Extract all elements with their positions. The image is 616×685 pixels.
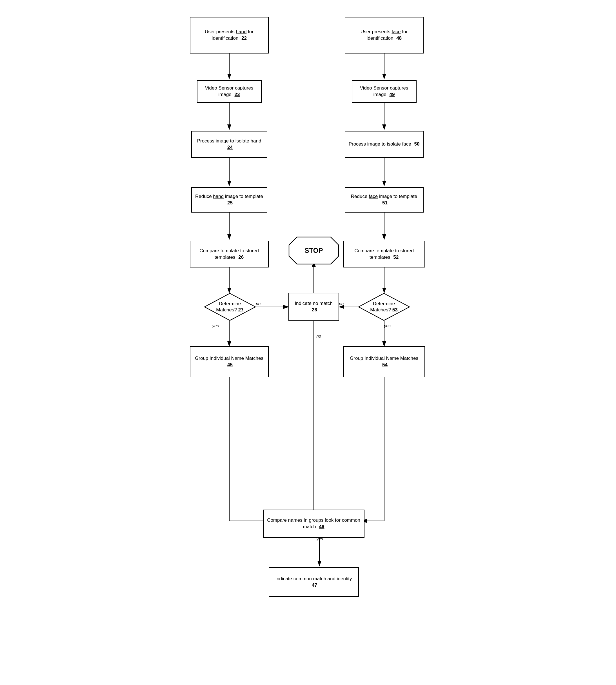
underline-face-51: face — [369, 194, 378, 199]
box-47: Indicate common match and identity 47 — [269, 567, 359, 597]
box-49: Video Sensor captures image 49 — [352, 80, 417, 103]
label-yes-left: yes — [212, 323, 219, 328]
underline-hand-22: hand — [236, 29, 247, 35]
box-52: Compare template to stored templates 52 — [343, 241, 425, 268]
box-26: Compare template to stored templates 26 — [190, 241, 269, 268]
svg-text:STOP: STOP — [305, 247, 323, 254]
label-yes-right: yes — [384, 323, 391, 328]
box-51: Reduce face image to template 51 — [345, 187, 424, 212]
num-46: 46 — [319, 524, 325, 529]
diamond-text-53: DetermineMatches? 53 — [370, 301, 397, 313]
num-52: 52 — [393, 254, 399, 260]
underline-hand-24: hand — [251, 138, 261, 143]
num-48: 48 — [396, 36, 402, 41]
box-24: Process image to isolate hand 24 — [191, 131, 267, 158]
stop-shape: STOP — [288, 236, 339, 265]
underline-face-50: face — [402, 141, 411, 147]
box-25: Reduce hand image to template 25 — [191, 187, 267, 212]
num-51: 51 — [382, 200, 388, 206]
diamond-27: DetermineMatches? 27 — [204, 293, 256, 321]
diamond-text-27: DetermineMatches? 27 — [216, 301, 243, 313]
num-45: 45 — [227, 362, 233, 367]
num-50: 50 — [414, 141, 419, 147]
num-24: 24 — [227, 145, 233, 150]
flowchart-diagram: yes no no yes no yes User presents hand … — [181, 8, 435, 628]
box-50: Process image to isolate face 50 — [345, 131, 424, 158]
label-no-right: no — [339, 301, 344, 306]
box-45: Group Individual Name Matches 45 — [190, 346, 269, 377]
box-22: User presents hand for Identification 22 — [190, 17, 269, 53]
underline-face-48: face — [392, 29, 400, 35]
label-no-center: no — [316, 334, 322, 338]
box-48: User presents face for Identification 48 — [345, 17, 424, 53]
num-49: 49 — [390, 92, 395, 97]
num-47: 47 — [312, 583, 317, 588]
num-54: 54 — [382, 362, 388, 367]
num-25: 25 — [227, 200, 233, 206]
label-no-left: no — [256, 301, 261, 306]
box-28: Indicate no match 28 — [288, 293, 339, 321]
diamond-53: DetermineMatches? 53 — [358, 293, 410, 321]
num-26: 26 — [238, 254, 244, 260]
num-28: 28 — [312, 307, 317, 313]
num-22: 22 — [241, 36, 247, 41]
box-54: Group Individual Name Matches 54 — [343, 346, 425, 377]
underline-hand-25: hand — [213, 194, 224, 199]
box-46: Compare names in groups look for common … — [263, 509, 365, 538]
num-23: 23 — [235, 92, 240, 97]
box-23: Video Sensor captures image 23 — [197, 80, 262, 103]
